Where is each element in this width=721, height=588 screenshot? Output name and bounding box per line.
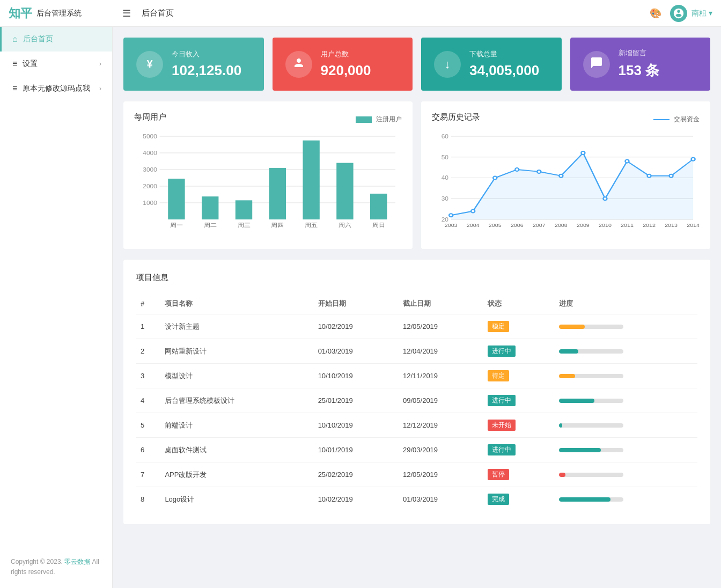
col-name: 项目名称 [160, 293, 313, 314]
svg-text:30: 30 [442, 196, 448, 202]
downloads-label: 下载总量 [469, 49, 549, 59]
cell-name: 设计新主题 [160, 314, 313, 339]
svg-text:2003: 2003 [445, 223, 458, 228]
svg-text:2000: 2000 [143, 183, 157, 189]
cell-end: 12/05/2019 [399, 462, 483, 487]
cell-name: 网站重新设计 [160, 339, 313, 364]
svg-point-41 [581, 151, 585, 155]
sidebar-item-settings[interactable]: ≡ 设置 › [0, 52, 112, 76]
bar-chart-container: 50004000300020001000周一周二周三周四周五周六周日 [134, 131, 402, 238]
progress-bar [559, 349, 623, 354]
cell-start: 10/10/2019 [314, 413, 399, 438]
svg-point-38 [515, 168, 519, 171]
table-row: 6 桌面软件测试 10/01/2019 29/03/2019 进行中 [136, 438, 697, 462]
progress-fill [559, 473, 565, 477]
charts-grid: 每周用户 注册用户 50004000300020001000周一周二周三周四周五… [123, 101, 710, 249]
cell-name: Logo设计 [160, 487, 313, 512]
svg-text:2012: 2012 [643, 223, 656, 228]
transaction-legend-label: 交易资金 [674, 115, 700, 124]
svg-text:周二: 周二 [204, 222, 217, 228]
status-badge: 稳定 [488, 321, 509, 332]
cell-end: 12/05/2019 [399, 314, 483, 339]
table-row: 5 前端设计 10/10/2019 12/12/2019 未开始 [136, 413, 697, 438]
menu-toggle-button[interactable]: ☰ [122, 8, 131, 19]
svg-text:2009: 2009 [577, 223, 590, 228]
header-left: 知平 后台管理系统 ☰ 后台首页 [9, 5, 174, 21]
comments-icon-circle [583, 51, 610, 78]
sidebar-item-source[interactable]: ≡ 原本无修改源码点我 › [0, 76, 112, 101]
cell-status: 稳定 [483, 314, 555, 339]
status-badge: 进行中 [488, 444, 516, 455]
table-header: # 项目名称 开始日期 截止日期 状态 进度 [136, 293, 697, 314]
svg-text:2013: 2013 [665, 223, 678, 228]
username-label: 南粗 ▾ [691, 9, 712, 18]
progress-fill [559, 325, 585, 329]
cell-name: 后台管理系统模板设计 [160, 388, 313, 413]
sidebar-label-source: 原本无修改源码点我 [23, 84, 99, 93]
cell-id: 2 [136, 339, 160, 364]
cell-progress [555, 388, 697, 413]
users-value: 920,000 [321, 62, 400, 79]
sidebar-label-settings: 设置 [23, 59, 99, 69]
svg-point-43 [625, 160, 629, 163]
users-icon [292, 56, 305, 72]
svg-rect-10 [168, 179, 185, 219]
table-row: 1 设计新主题 10/02/2019 12/05/2019 稳定 [136, 314, 697, 339]
svg-text:2006: 2006 [511, 223, 524, 228]
col-progress: 进度 [555, 293, 697, 314]
header-user[interactable]: 南粗 ▾ [670, 5, 712, 22]
stat-card-downloads: ↓ 下载总量 34,005,000 [421, 38, 562, 91]
progress-bar [559, 497, 623, 502]
svg-rect-20 [336, 163, 353, 219]
palette-icon[interactable]: 🎨 [650, 8, 661, 19]
footer-link[interactable]: 零云数据 [64, 558, 90, 565]
svg-text:5000: 5000 [143, 134, 157, 139]
revenue-icon: ¥ [146, 58, 152, 70]
progress-fill [559, 399, 594, 403]
transaction-chart-legend: 交易资金 [653, 115, 700, 124]
status-badge: 待定 [488, 370, 509, 381]
progress-bar [559, 374, 623, 378]
avatar [670, 5, 687, 22]
progress-fill [559, 349, 578, 354]
svg-text:周五: 周五 [305, 222, 318, 228]
status-badge: 完成 [488, 494, 509, 505]
logo-text: 后台管理系统 [36, 9, 82, 18]
source-icon: ≡ [12, 84, 17, 93]
progress-fill [559, 497, 610, 502]
sidebar-label-home: 后台首页 [23, 34, 101, 44]
svg-point-40 [559, 174, 563, 178]
svg-rect-18 [303, 141, 319, 219]
cell-id: 1 [136, 314, 160, 339]
comments-label: 新增留言 [619, 48, 698, 58]
svg-text:50: 50 [442, 155, 448, 160]
progress-fill [559, 374, 575, 378]
header-title: 后台首页 [142, 8, 174, 18]
cell-end: 09/05/2019 [399, 388, 483, 413]
svg-text:周三: 周三 [238, 222, 251, 228]
stats-grid: ¥ 今日收入 102,125.00 用户总数 920,000 [123, 38, 710, 91]
logo-icon: 知平 [9, 5, 32, 21]
svg-text:2011: 2011 [621, 223, 634, 228]
progress-fill [559, 423, 562, 428]
table-row: 3 模型设计 10/10/2019 12/11/2019 待定 [136, 364, 697, 388]
settings-icon: ≡ [12, 59, 17, 69]
status-badge: 未开始 [488, 420, 516, 431]
svg-rect-12 [202, 196, 218, 219]
svg-point-46 [691, 158, 695, 161]
table-body: 1 设计新主题 10/02/2019 12/05/2019 稳定 2 网站重新设… [136, 314, 697, 512]
svg-text:3000: 3000 [143, 167, 157, 173]
table-row: 8 Logo设计 10/02/2019 01/03/2019 完成 [136, 487, 697, 512]
svg-text:20: 20 [442, 217, 448, 223]
sidebar-item-home[interactable]: ⌂ 后台首页 [0, 27, 112, 52]
cell-name: 桌面软件测试 [160, 438, 313, 462]
svg-point-39 [537, 170, 541, 173]
svg-rect-16 [269, 168, 286, 219]
cell-id: 8 [136, 487, 160, 512]
revenue-icon-circle: ¥ [136, 51, 163, 78]
stat-card-revenue: ¥ 今日收入 102,125.00 [123, 38, 264, 91]
revenue-label: 今日收入 [172, 49, 251, 59]
svg-rect-22 [370, 194, 387, 219]
svg-text:周六: 周六 [339, 222, 351, 228]
cell-start: 10/10/2019 [314, 364, 399, 388]
